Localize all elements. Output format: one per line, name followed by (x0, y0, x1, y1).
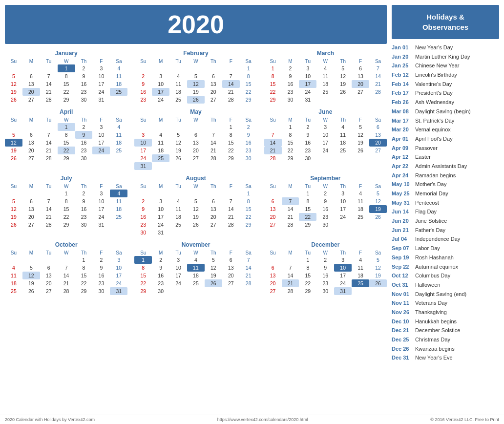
calendar-day[interactable]: 26 (169, 154, 187, 162)
calendar-day[interactable] (22, 190, 40, 197)
calendar-day[interactable]: 24 (334, 213, 352, 221)
calendar-day[interactable]: 8 (75, 264, 93, 272)
calendar-day[interactable]: 29 (222, 154, 240, 162)
calendar-day[interactable]: 2 (240, 123, 257, 131)
calendar-day[interactable]: 6 (22, 131, 40, 139)
calendar-day[interactable]: 23 (240, 147, 257, 154)
calendar-day[interactable]: 13 (22, 139, 40, 147)
calendar-day[interactable]: 29 (58, 96, 75, 104)
calendar-day[interactable]: 21 (264, 147, 282, 154)
calendar-day[interactable]: 11 (169, 205, 187, 213)
calendar-day[interactable]: 8 (58, 197, 75, 205)
calendar-day[interactable]: 2 (75, 123, 93, 131)
calendar-day[interactable]: 16 (134, 88, 152, 96)
calendar-day[interactable]: 26 (205, 279, 222, 287)
calendar-day[interactable]: 27 (22, 221, 40, 229)
calendar-day[interactable]: 11 (187, 264, 205, 272)
calendar-day[interactable]: 25 (169, 221, 187, 229)
calendar-day[interactable]: 17 (134, 147, 152, 154)
calendar-day[interactable] (110, 154, 127, 162)
calendar-day[interactable] (240, 229, 257, 236)
calendar-day[interactable]: 29 (299, 221, 316, 229)
calendar-day[interactable] (205, 190, 222, 197)
calendar-day[interactable]: 3 (152, 72, 169, 80)
calendar-day[interactable]: 19 (5, 88, 22, 96)
calendar-day[interactable]: 29 (282, 154, 299, 162)
calendar-day[interactable] (187, 162, 205, 170)
calendar-day[interactable]: 18 (169, 213, 187, 221)
calendar-day[interactable] (152, 64, 169, 72)
calendar-day[interactable]: 6 (22, 72, 40, 80)
calendar-day[interactable]: 23 (134, 96, 152, 104)
calendar-day[interactable]: 3 (92, 123, 110, 131)
calendar-day[interactable]: 14 (222, 80, 240, 88)
calendar-day[interactable]: 1 (222, 123, 240, 131)
calendar-day[interactable]: 30 (152, 287, 169, 295)
calendar-day[interactable]: 20 (40, 279, 58, 287)
calendar-day[interactable]: 12 (187, 205, 205, 213)
calendar-day[interactable]: 10 (299, 72, 316, 80)
calendar-day[interactable]: 14 (40, 205, 58, 213)
calendar-day[interactable] (240, 162, 257, 170)
calendar-day[interactable]: 17 (169, 272, 187, 279)
calendar-day[interactable]: 19 (5, 213, 22, 221)
calendar-day[interactable]: 21 (40, 147, 58, 154)
calendar-day[interactable]: 5 (369, 256, 387, 264)
calendar-day[interactable]: 1 (240, 190, 257, 197)
calendar-day[interactable]: 10 (152, 80, 169, 88)
calendar-day[interactable]: 25 (110, 88, 127, 96)
calendar-day[interactable]: 9 (75, 197, 93, 205)
calendar-day[interactable]: 30 (75, 154, 93, 162)
calendar-day[interactable]: 21 (222, 88, 240, 96)
calendar-day[interactable]: 20 (264, 213, 282, 221)
calendar-day[interactable]: 11 (110, 197, 127, 205)
calendar-day[interactable]: 20 (22, 147, 40, 154)
calendar-day[interactable] (316, 96, 334, 104)
calendar-day[interactable]: 10 (334, 197, 352, 205)
calendar-day[interactable]: 9 (75, 72, 93, 80)
calendar-day[interactable]: 16 (75, 139, 93, 147)
calendar-day[interactable] (222, 287, 240, 295)
calendar-day[interactable]: 4 (169, 72, 187, 80)
calendar-day[interactable]: 3 (169, 256, 187, 264)
calendar-day[interactable]: 29 (75, 287, 93, 295)
calendar-day[interactable]: 22 (58, 147, 75, 154)
calendar-day[interactable]: 10 (169, 264, 187, 272)
calendar-day[interactable] (352, 287, 369, 295)
calendar-day[interactable] (369, 154, 387, 162)
calendar-day[interactable]: 12 (169, 139, 187, 147)
calendar-day[interactable]: 6 (205, 197, 222, 205)
calendar-day[interactable]: 6 (264, 264, 282, 272)
calendar-day[interactable]: 3 (92, 64, 110, 72)
calendar-day[interactable]: 27 (205, 96, 222, 104)
calendar-day[interactable]: 20 (22, 88, 40, 96)
calendar-day[interactable]: 18 (169, 88, 187, 96)
calendar-day[interactable] (169, 287, 187, 295)
calendar-day[interactable]: 10 (92, 72, 110, 80)
calendar-day[interactable]: 7 (40, 72, 58, 80)
calendar-day[interactable]: 29 (240, 221, 257, 229)
calendar-day[interactable]: 7 (264, 131, 282, 139)
calendar-day[interactable] (40, 64, 58, 72)
calendar-day[interactable]: 3 (334, 256, 352, 264)
calendar-day[interactable]: 22 (264, 88, 282, 96)
calendar-day[interactable]: 11 (352, 197, 369, 205)
calendar-day[interactable]: 14 (205, 139, 222, 147)
calendar-day[interactable] (222, 229, 240, 236)
calendar-day[interactable] (369, 287, 387, 295)
calendar-day[interactable]: 22 (58, 88, 75, 96)
calendar-day[interactable]: 28 (222, 96, 240, 104)
calendar-day[interactable]: 18 (352, 272, 369, 279)
calendar-day[interactable]: 17 (92, 139, 110, 147)
calendar-day[interactable]: 27 (369, 147, 387, 154)
calendar-day[interactable]: 6 (187, 131, 205, 139)
calendar-day[interactable]: 9 (299, 131, 316, 139)
calendar-day[interactable]: 18 (110, 205, 127, 213)
calendar-day[interactable]: 9 (75, 131, 93, 139)
calendar-day[interactable]: 29 (134, 287, 152, 295)
calendar-day[interactable]: 2 (316, 256, 334, 264)
calendar-day[interactable]: 25 (316, 88, 334, 96)
calendar-day[interactable]: 24 (334, 279, 352, 287)
calendar-day[interactable]: 28 (240, 279, 257, 287)
calendar-day[interactable]: 20 (205, 88, 222, 96)
